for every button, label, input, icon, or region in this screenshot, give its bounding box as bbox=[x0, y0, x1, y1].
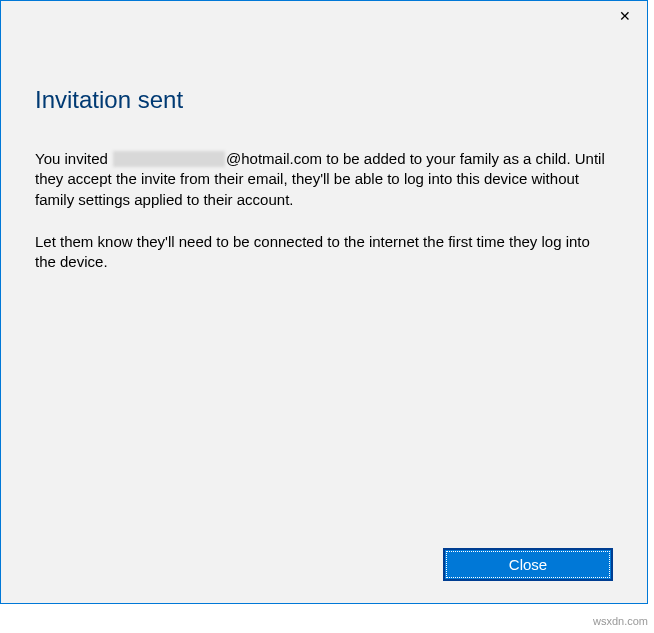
close-button[interactable]: Close bbox=[443, 548, 613, 581]
invitation-dialog: ✕ Invitation sent You invited @hotmail.c… bbox=[0, 0, 648, 604]
para1-prefix: You invited bbox=[35, 150, 112, 167]
watermark: wsxdn.com bbox=[593, 615, 648, 627]
dialog-heading: Invitation sent bbox=[35, 86, 613, 114]
dialog-footer: Close bbox=[443, 548, 613, 581]
invitation-paragraph-1: You invited @hotmail.com to be added to … bbox=[35, 149, 613, 210]
para1-email-domain: @hotmail.com bbox=[226, 150, 322, 167]
redacted-email-user bbox=[113, 151, 225, 167]
invitation-paragraph-2: Let them know they'll need to be connect… bbox=[35, 232, 613, 273]
dialog-content: Invitation sent You invited @hotmail.com… bbox=[1, 31, 647, 272]
titlebar: ✕ bbox=[1, 1, 647, 31]
close-icon[interactable]: ✕ bbox=[602, 1, 647, 31]
